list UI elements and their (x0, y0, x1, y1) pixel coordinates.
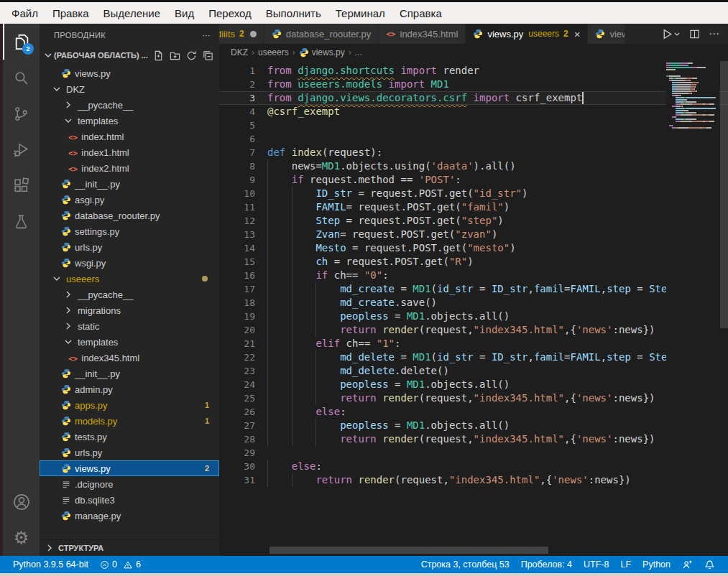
tab-index345.html[interactable]: <>index345.html (379, 24, 466, 44)
tree-item-urls.py[interactable]: urls.py (40, 445, 219, 460)
tab-diiits[interactable]: diiits2 (219, 24, 264, 44)
new-folder-icon[interactable] (170, 50, 180, 61)
breadcrumb-useeers[interactable]: useeers (258, 47, 289, 57)
menu-Выполнить[interactable]: Выполнить (259, 4, 328, 22)
code-line[interactable]: 14 Mesto = request.POST.get("mesto") (219, 241, 728, 255)
code-line[interactable]: 22 md_delete = MD1(id_str = ID_str,famil… (219, 350, 728, 364)
tree-item-__init__.py[interactable]: __init__.py (40, 176, 219, 192)
menu-Правка[interactable]: Правка (45, 4, 96, 22)
code-line[interactable]: 31 return render(request,"index345.html"… (219, 473, 728, 487)
tree-item-database_roouter.py[interactable]: database_roouter.py (40, 208, 219, 223)
code-line[interactable]: 4@csrf_exempt (219, 105, 728, 119)
more-editor-actions-icon[interactable]: ⋯ (709, 27, 719, 40)
breadcrumb-views.py[interactable]: views.py (299, 47, 345, 57)
code-line[interactable]: 27 peopless = MD1.objects.all() (219, 419, 728, 432)
tree-item-settings.py[interactable]: settings.py (40, 223, 219, 239)
tree-item-db.sqlite3[interactable]: db.sqlite3 (40, 492, 219, 508)
menu-Вид[interactable]: Вид (167, 4, 201, 22)
tree-item-useeers[interactable]: useeers (40, 271, 219, 287)
run-button-icon[interactable] (661, 28, 681, 40)
more-actions-icon[interactable]: ⋯ (203, 31, 211, 40)
code-line[interactable]: 29 (219, 446, 728, 460)
code-line[interactable]: 18 md_create.save() (219, 296, 728, 310)
code-line[interactable]: 10 ID_str = request.POST.get("id_str") (219, 187, 728, 200)
indentation[interactable]: Пробелов: 4 (515, 556, 578, 573)
code-line[interactable]: 7def index(request): (219, 146, 728, 159)
tree-item-views.py[interactable]: views.py2 (40, 460, 219, 476)
code-line[interactable]: 30 else: (219, 460, 728, 473)
tree-item-index345.html[interactable]: <>index345.html (40, 350, 219, 366)
tree-item-index1.html[interactable]: <>index1.html (40, 144, 219, 160)
tree-item-wsgi.py[interactable]: wsgi.py (40, 255, 219, 271)
activity-search[interactable] (3, 60, 40, 96)
language-mode[interactable]: Python (637, 556, 676, 573)
code-line[interactable]: 13 Zvan= request.POST.get("zvan") (219, 228, 728, 241)
code-line[interactable]: 20 return render(request,"index345.html"… (219, 323, 728, 337)
code-line[interactable]: 6 (219, 132, 728, 146)
tree-item-manage.py[interactable]: manage.py (40, 508, 219, 524)
problems-indicator[interactable]: 0 6 (94, 556, 147, 573)
code-editor[interactable]: 1from django.shortcuts import render2fro… (219, 61, 728, 556)
feedback-icon[interactable] (676, 556, 699, 573)
encoding[interactable]: UTF-8 (578, 556, 614, 573)
tree-item-admin.py[interactable]: admin.py (40, 381, 219, 397)
tree-item-migrations[interactable]: migrations (40, 302, 219, 318)
eol-sequence[interactable]: LF (614, 556, 637, 573)
tree-item-models.py[interactable]: models.py1 (40, 413, 219, 429)
menu-Выделение[interactable]: Выделение (96, 4, 167, 22)
refresh-icon[interactable] (186, 50, 197, 61)
tab-views.py[interactable]: views.pyuseeers2× (466, 24, 588, 44)
activity-testing[interactable] (3, 203, 40, 239)
code-line[interactable]: 5 (219, 119, 728, 132)
collapse-all-icon[interactable] (203, 50, 213, 61)
code-line[interactable]: 8 news=MD1.objects.using('daata').all() (219, 159, 728, 173)
tree-item-index2.html[interactable]: <>index2.html (40, 160, 219, 176)
tree-item-apps.py[interactable]: apps.py1 (40, 397, 219, 413)
menu-Справка[interactable]: Справка (392, 4, 449, 22)
code-line[interactable]: 26 else: (219, 405, 728, 419)
workspace-section-header[interactable]: (РАБОЧАЯ ОБЛАСТЬ) ... (40, 47, 219, 64)
activity-extensions[interactable] (3, 167, 40, 203)
tree-item-static[interactable]: static (40, 318, 219, 334)
tree-item-urls.py[interactable]: urls.py (40, 239, 219, 255)
code-line[interactable]: 9 if request.method == 'POST': (219, 173, 728, 187)
activity-explorer[interactable]: 2 (3, 24, 40, 60)
tree-item-tests.py[interactable]: tests.py (40, 429, 219, 445)
tab-views.py[interactable]: views.py (588, 24, 625, 44)
code-line[interactable]: 23 md_delete.delete() (219, 364, 728, 378)
menu-Переход[interactable]: Переход (201, 4, 259, 22)
tree-item-__pycache__[interactable]: __pycache__ (40, 97, 219, 113)
minimap[interactable] (666, 62, 719, 556)
tree-item-.dcignore[interactable]: .dcignore (40, 476, 219, 492)
code-line[interactable]: 12 Step = request.POST.get("step") (219, 214, 728, 228)
split-editor-icon[interactable] (689, 29, 700, 40)
tree-item-templates[interactable]: templates (40, 113, 219, 129)
code-line[interactable]: 2from useeers.models import MD1 (219, 78, 728, 91)
tree-item-DKZ[interactable]: DKZ (40, 81, 219, 97)
code-line[interactable]: 11 FAMIL= request.POST.get("famil") (219, 200, 728, 214)
code-line[interactable]: 19 peopless = MD1.objects.all() (219, 310, 728, 323)
notifications-bell-icon[interactable] (699, 556, 721, 573)
cursor-position[interactable]: Строка 3, столбец 53 (415, 556, 515, 573)
vertical-scrollbar[interactable] (720, 61, 728, 328)
activity-settings[interactable]: ⚙ (3, 520, 40, 556)
tree-item-__pycache__[interactable]: __pycache__ (40, 287, 219, 302)
new-file-icon[interactable] (153, 50, 164, 61)
menu-Файл[interactable]: Файл (4, 4, 45, 22)
code-line[interactable]: 1from django.shortcuts import render (219, 64, 728, 78)
horizontal-scrollbar[interactable] (269, 547, 548, 554)
breadcrumb-...[interactable]: ... (355, 47, 362, 57)
tab-database_roouter.py[interactable]: database_roouter.py (264, 24, 379, 44)
code-line[interactable]: 15 ch = request.POST.get("R") (219, 255, 728, 269)
activity-source-control[interactable] (3, 96, 40, 131)
breadcrumb-DKZ[interactable]: DKZ (231, 47, 248, 57)
code-line[interactable]: 24 peopless = MD1.objects.all() (219, 378, 728, 391)
activity-account[interactable] (3, 484, 40, 520)
tree-item-__init__.py[interactable]: __init__.py (40, 366, 219, 381)
code-line[interactable]: 17 md_create = MD1(id_str = ID_str,famil… (219, 282, 728, 296)
code-line[interactable]: 28 return render(request,"index345.html"… (219, 432, 728, 446)
outline-section-header[interactable]: СТРУКТУРА (40, 539, 219, 556)
tree-item-asgi.py[interactable]: asgi.py (40, 192, 219, 208)
code-line[interactable]: 25 return render(request,"index345.html"… (219, 391, 728, 405)
tree-item-index.html[interactable]: <>index.html (40, 129, 219, 144)
